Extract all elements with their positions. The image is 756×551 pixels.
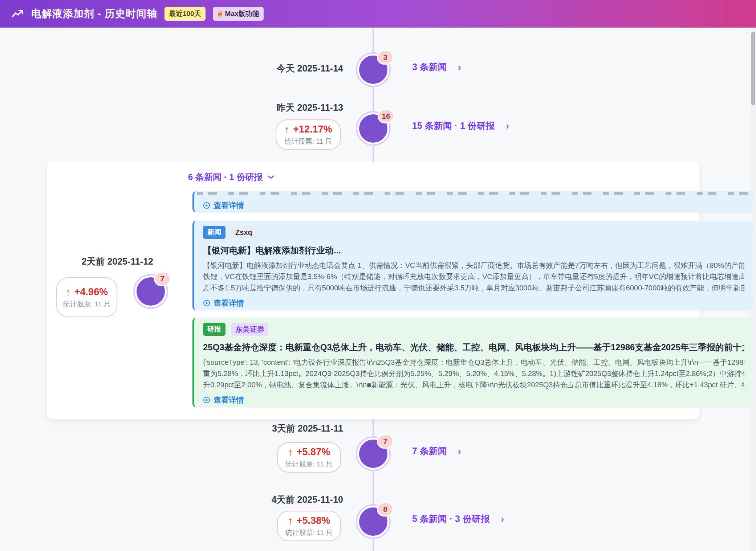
eye-icon	[203, 396, 210, 404]
count-badge-today: 3	[377, 50, 394, 65]
change-value: ↑ +5.38%	[288, 515, 330, 527]
page-title: 电解液添加剂 - 历史时间轴	[31, 7, 157, 21]
report-type-badge: 研报	[203, 323, 225, 336]
flame-icon	[217, 10, 223, 17]
news-type-badge: 新闻	[203, 226, 225, 239]
view-details-link[interactable]: 查看详情	[203, 395, 744, 405]
up-arrow-icon: ↑	[288, 515, 293, 527]
count-badge-3days: 7	[377, 434, 394, 449]
up-arrow-icon: ↑	[66, 286, 71, 298]
change-value: ↑ +5.87%	[288, 446, 330, 458]
count-badge-4days: 8	[377, 502, 394, 517]
news-body: 【银河电新】电解液添加剂行业动态电话会要点 1、供需情况：VC当前供需很紧，头部…	[203, 260, 744, 294]
up-arrow-icon: ↑	[284, 124, 289, 135]
change-chip-2days: ↑ +4.96% 统计股票: 11 只	[56, 277, 117, 317]
chevron-right-icon: ›	[458, 62, 461, 72]
range-badge: 最近100天	[164, 7, 206, 21]
news-card-clipped[interactable]: 查看详情	[192, 191, 753, 212]
report-body: {'sourceType': 13, 'content': '电力设备行业深度报…	[203, 357, 744, 391]
chevron-right-icon: ›	[501, 514, 504, 524]
stocks-count: 统计股票: 11 只	[285, 460, 333, 469]
clipped-text-fragment	[197, 192, 750, 195]
chevron-right-icon: ›	[506, 121, 509, 131]
max-badge-label: Max版功能	[225, 9, 259, 19]
count-badge-2days: 7	[154, 272, 171, 286]
line-chart-icon	[11, 7, 24, 20]
entry-link-label: 5 条新闻 · 3 份研报	[412, 513, 490, 525]
entry-link-label: 7 条新闻	[412, 445, 447, 457]
eye-icon	[203, 202, 210, 209]
chevron-down-icon	[268, 175, 274, 179]
stocks-count: 统计股票: 11 只	[285, 137, 332, 146]
change-value: ↑ +4.96%	[66, 286, 108, 298]
entry-link-3days[interactable]: 7 条新闻 ›	[412, 445, 461, 457]
entry-link-yesterday[interactable]: 15 条新闻 · 1 份研报 ›	[412, 120, 509, 132]
entry-link-4days[interactable]: 5 条新闻 · 3 份研报 ›	[412, 513, 504, 525]
entry-link-label: 15 条新闻 · 1 份研报	[412, 120, 495, 132]
view-details-link[interactable]: 查看详情	[203, 200, 753, 211]
entry-divider	[45, 491, 749, 491]
change-chip-3days: ↑ +5.87% 统计股票: 11 只	[277, 442, 341, 473]
change-value: ↑ +12.17%	[284, 124, 332, 135]
entry-date-2days: 2天前 2025-11-12	[37, 256, 153, 268]
report-source-badge: 东吴证券	[231, 323, 268, 336]
entry-date-4days: 4天前 2025-11-10	[227, 494, 343, 506]
summary-label: 6 条新闻 · 1 份研报	[188, 171, 263, 183]
stocks-count: 统计股票: 11 只	[285, 528, 333, 537]
count-badge-yesterday: 16	[378, 109, 394, 123]
eye-icon	[203, 299, 210, 307]
page-header: 电解液添加剂 - 历史时间轴 最近100天 Max版功能	[0, 0, 756, 28]
expanded-summary-toggle[interactable]: 6 条新闻 · 1 份研报	[188, 171, 274, 183]
page-scrollbar-thumb[interactable]	[751, 32, 755, 105]
entry-date-3days: 3天前 2025-11-11	[227, 423, 343, 434]
news-source-badge: Zsxq	[231, 227, 256, 238]
news-card[interactable]: 新闻 Zsxq 【银河电新】电解液添加剂行业动... 【银河电新】电解液添加剂行…	[192, 221, 753, 310]
report-title: 25Q3基金持仓深度：电新重仓Q3总体上升，电动车、光伏、储能、工控、电网、风电…	[203, 342, 744, 353]
up-arrow-icon: ↑	[288, 446, 293, 458]
entry-date-today: 今天 2025-11-14	[227, 62, 343, 74]
change-chip-yesterday: ↑ +12.17% 统计股票: 11 只	[276, 119, 341, 150]
max-feature-badge: Max版功能	[213, 7, 264, 21]
chevron-right-icon: ›	[458, 446, 461, 456]
entry-date-yesterday: 昨天 2025-11-13	[227, 102, 343, 114]
report-card[interactable]: 研报 东吴证券 25Q3基金持仓深度：电新重仓Q3总体上升，电动车、光伏、储能、…	[192, 318, 753, 407]
stocks-count: 统计股票: 11 只	[63, 300, 111, 309]
view-details-link[interactable]: 查看详情	[203, 298, 744, 308]
change-chip-4days: ↑ +5.38% 统计股票: 11 只	[277, 511, 341, 541]
entry-link-today[interactable]: 3 条新闻 ›	[412, 61, 461, 73]
news-title: 【银河电新】电解液添加剂行业动...	[203, 245, 744, 256]
timeline-page: 电解液添加剂 - 历史时间轴 最近100天 Max版功能 今天 2025-11-…	[0, 0, 756, 551]
entry-divider	[45, 92, 749, 92]
entry-link-label: 3 条新闻	[412, 61, 447, 73]
